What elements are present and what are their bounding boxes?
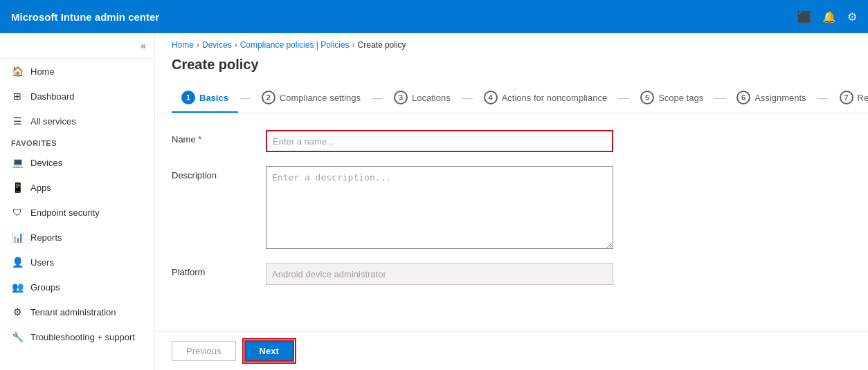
sidebar-item-home[interactable]: 🏠 Home [0, 59, 154, 84]
tab-scope-tags[interactable]: 5 Scope tags [631, 84, 713, 113]
breadcrumb: Home › Devices › Compliance policies | P… [155, 33, 868, 54]
name-label: Name [172, 130, 255, 145]
tab-compliance-label: Compliance settings [280, 93, 361, 103]
breadcrumb-compliance[interactable]: Compliance policies | Policies [240, 40, 350, 50]
tab-sep-3: — [460, 92, 474, 104]
sidebar-item-all-services-label: All services [30, 116, 76, 127]
tab-assignments[interactable]: 6 Assignments [727, 84, 815, 113]
groups-icon: 👥 [11, 281, 24, 293]
all-services-icon: ☰ [11, 115, 24, 127]
description-textarea[interactable] [266, 166, 613, 249]
bell-icon[interactable]: 🔔 [822, 10, 836, 24]
devices-icon: 💻 [11, 157, 24, 168]
description-label: Description [172, 166, 255, 181]
platform-value: Android device administrator [266, 263, 613, 285]
sidebar-item-home-label: Home [30, 66, 55, 77]
sidebar: « 🏠 Home ⊞ Dashboard ☰ All services FAVO… [0, 33, 155, 370]
sidebar-item-apps[interactable]: 📱 Apps [0, 175, 154, 200]
sidebar-item-reports[interactable]: 📊 Reports [0, 225, 154, 250]
sidebar-item-tenant-label: Tenant administration [30, 307, 116, 317]
sidebar-item-users-label: Users [30, 257, 54, 268]
sidebar-item-troubleshooting-label: Troubleshooting + support [30, 332, 135, 342]
favorites-label: FAVORITES [0, 133, 154, 150]
platform-label: Platform [172, 263, 255, 277]
tab-actions-number: 4 [484, 91, 498, 104]
settings-icon[interactable]: ⚙ [847, 10, 857, 24]
endpoint-security-icon: 🛡 [11, 207, 24, 218]
breadcrumb-home[interactable]: Home [172, 40, 194, 50]
main-layout: « 🏠 Home ⊞ Dashboard ☰ All services FAVO… [0, 33, 868, 370]
tenant-admin-icon: ⚙ [11, 306, 24, 317]
topbar: Microsoft Intune admin center ⬛ 🔔 ⚙ [0, 0, 868, 33]
next-button[interactable]: Next [244, 340, 294, 362]
breadcrumb-current: Create policy [358, 40, 406, 50]
troubleshooting-icon: 🔧 [11, 331, 24, 342]
tab-sep-6: — [816, 92, 830, 104]
reports-icon: 📊 [11, 232, 24, 243]
tab-basics-label: Basics [199, 93, 228, 103]
form-name-row: Name [172, 130, 851, 152]
sidebar-collapse-area: « [0, 33, 154, 59]
sidebar-item-reports-label: Reports [30, 232, 62, 243]
sidebar-item-endpoint-security[interactable]: 🛡 Endpoint security [0, 200, 154, 225]
dashboard-icon: ⊞ [11, 91, 24, 102]
sidebar-item-all-services[interactable]: ☰ All services [0, 109, 154, 133]
sidebar-item-tenant-admin[interactable]: ⚙ Tenant administration [0, 299, 154, 324]
remote-icon[interactable]: ⬛ [797, 10, 811, 24]
tab-locations-number: 3 [394, 91, 408, 104]
users-icon: 👤 [11, 257, 24, 268]
sidebar-item-apps-label: Apps [30, 183, 51, 193]
tab-scope-label: Scope tags [658, 93, 703, 103]
sidebar-item-users[interactable]: 👤 Users [0, 250, 154, 275]
page-title: Create policy [155, 54, 868, 84]
tab-sep-1: — [238, 92, 252, 104]
form-description-row: Description [172, 166, 851, 249]
tab-sep-4: — [617, 92, 631, 104]
tab-compliance-settings[interactable]: 2 Compliance settings [252, 84, 370, 113]
footer-bar: Previous Next [155, 331, 868, 370]
tab-sep-5: — [713, 92, 727, 104]
tab-scope-number: 5 [640, 91, 654, 104]
tab-locations[interactable]: 3 Locations [384, 84, 460, 113]
sidebar-item-troubleshooting[interactable]: 🔧 Troubleshooting + support [0, 324, 154, 349]
topbar-icons: ⬛ 🔔 ⚙ [797, 10, 857, 24]
home-icon: 🏠 [11, 66, 24, 77]
name-input[interactable] [266, 130, 613, 152]
app-title: Microsoft Intune admin center [11, 11, 797, 23]
sidebar-collapse-button[interactable]: « [138, 37, 149, 54]
sidebar-item-dashboard-label: Dashboard [30, 91, 75, 102]
sidebar-item-devices-label: Devices [30, 158, 62, 168]
tab-compliance-number: 2 [262, 91, 275, 104]
breadcrumb-sep-1: › [197, 40, 199, 50]
tab-actions-noncompliance[interactable]: 4 Actions for noncompliance [474, 84, 617, 113]
tab-review-create[interactable]: 7 Review + create [830, 84, 868, 113]
tab-actions-label: Actions for noncompliance [502, 93, 607, 103]
apps-icon: 📱 [11, 182, 24, 193]
form-area: Name Description Platform Android device… [155, 113, 868, 331]
breadcrumb-sep-2: › [235, 40, 237, 50]
tab-review-label: Review + create [858, 93, 868, 103]
breadcrumb-devices[interactable]: Devices [202, 40, 232, 50]
form-platform-row: Platform Android device administrator [172, 263, 851, 285]
breadcrumb-sep-3: › [352, 40, 355, 50]
tab-assignments-number: 6 [736, 91, 750, 104]
wizard-tabs: 1 Basics — 2 Compliance settings — 3 Loc… [155, 84, 868, 113]
sidebar-item-groups[interactable]: 👥 Groups [0, 275, 154, 299]
sidebar-item-devices[interactable]: 💻 Devices [0, 150, 154, 175]
content-area: Home › Devices › Compliance policies | P… [155, 33, 868, 370]
sidebar-item-endpoint-label: Endpoint security [30, 207, 100, 218]
sidebar-item-dashboard[interactable]: ⊞ Dashboard [0, 84, 154, 109]
tab-basics[interactable]: 1 Basics [172, 84, 238, 113]
tab-basics-number: 1 [181, 91, 195, 104]
previous-button[interactable]: Previous [172, 341, 236, 361]
tab-review-number: 7 [840, 91, 853, 104]
tab-sep-2: — [370, 92, 384, 104]
tab-assignments-label: Assignments [754, 93, 806, 103]
sidebar-item-groups-label: Groups [30, 282, 60, 293]
tab-locations-label: Locations [412, 93, 451, 103]
